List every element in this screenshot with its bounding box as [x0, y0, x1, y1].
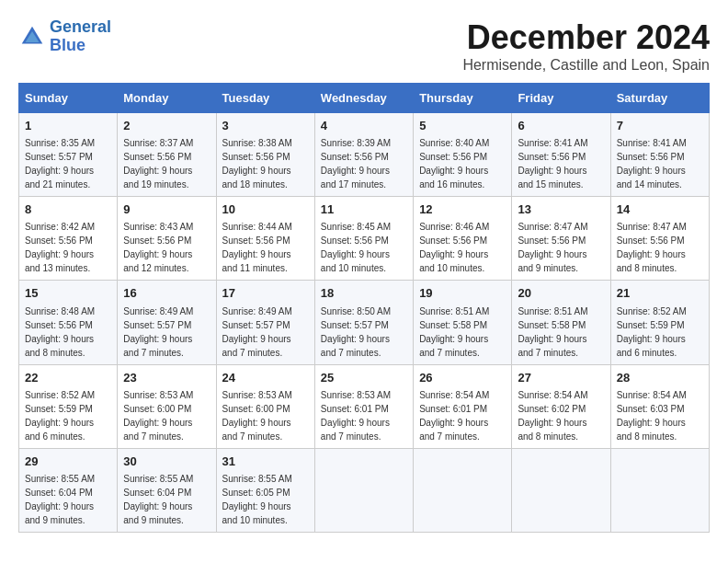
- day-number: 16: [123, 285, 210, 302]
- day-cell: 7Sunrise: 8:41 AM Sunset: 5:56 PM Daylig…: [610, 113, 709, 197]
- day-number: 15: [25, 285, 111, 302]
- day-number: 1: [25, 118, 111, 134]
- day-info: Sunrise: 8:42 AM Sunset: 5:56 PM Dayligh…: [25, 220, 111, 275]
- logo-blue: Blue: [50, 36, 85, 54]
- day-cell: 10Sunrise: 8:44 AM Sunset: 5:56 PM Dayli…: [216, 197, 314, 281]
- day-cell: 1Sunrise: 8:35 AM Sunset: 5:57 PM Daylig…: [19, 113, 118, 197]
- day-info: Sunrise: 8:49 AM Sunset: 5:57 PM Dayligh…: [123, 304, 210, 360]
- day-cell: 25Sunrise: 8:53 AM Sunset: 6:01 PM Dayli…: [314, 364, 413, 448]
- day-cell: 21Sunrise: 8:52 AM Sunset: 5:59 PM Dayli…: [610, 281, 709, 364]
- day-number: 23: [123, 370, 210, 386]
- day-number: 30: [123, 454, 210, 470]
- week-row-4: 22Sunrise: 8:52 AM Sunset: 5:59 PM Dayli…: [19, 364, 710, 448]
- day-cell: 15Sunrise: 8:48 AM Sunset: 5:56 PM Dayli…: [19, 281, 118, 364]
- title-area: December 2024 Hermisende, Castille and L…: [462, 18, 710, 74]
- day-info: Sunrise: 8:50 AM Sunset: 5:57 PM Dayligh…: [321, 304, 407, 360]
- week-row-1: 1Sunrise: 8:35 AM Sunset: 5:57 PM Daylig…: [19, 113, 710, 197]
- day-cell: 30Sunrise: 8:55 AM Sunset: 6:04 PM Dayli…: [118, 448, 216, 532]
- day-info: Sunrise: 8:51 AM Sunset: 5:58 PM Dayligh…: [419, 304, 506, 360]
- day-number: 11: [321, 201, 407, 218]
- day-number: 12: [419, 201, 506, 218]
- month-title: December 2024: [462, 18, 710, 57]
- day-number: 29: [25, 454, 111, 470]
- day-info: Sunrise: 8:53 AM Sunset: 6:00 PM Dayligh…: [123, 388, 210, 443]
- day-number: 9: [123, 201, 210, 218]
- day-cell: [512, 448, 610, 532]
- day-info: Sunrise: 8:41 AM Sunset: 5:56 PM Dayligh…: [617, 136, 703, 191]
- day-cell: [414, 448, 512, 532]
- day-info: Sunrise: 8:45 AM Sunset: 5:56 PM Dayligh…: [321, 220, 407, 275]
- header-cell-sunday: Sunday: [19, 84, 118, 113]
- day-cell: 9Sunrise: 8:43 AM Sunset: 5:56 PM Daylig…: [118, 197, 216, 281]
- day-info: Sunrise: 8:49 AM Sunset: 5:57 PM Dayligh…: [222, 304, 309, 360]
- day-number: 31: [222, 454, 309, 470]
- day-number: 5: [419, 118, 506, 134]
- day-info: Sunrise: 8:39 AM Sunset: 5:56 PM Dayligh…: [321, 136, 407, 191]
- day-number: 26: [419, 370, 506, 386]
- day-number: 8: [25, 201, 111, 218]
- day-info: Sunrise: 8:44 AM Sunset: 5:56 PM Dayligh…: [222, 220, 309, 275]
- day-number: 22: [25, 370, 111, 386]
- header-cell-wednesday: Wednesday: [314, 84, 413, 113]
- day-cell: 6Sunrise: 8:41 AM Sunset: 5:56 PM Daylig…: [512, 113, 610, 197]
- logo: General Blue: [18, 18, 111, 55]
- day-info: Sunrise: 8:37 AM Sunset: 5:56 PM Dayligh…: [123, 136, 210, 191]
- day-cell: 3Sunrise: 8:38 AM Sunset: 5:56 PM Daylig…: [216, 113, 314, 197]
- day-cell: 17Sunrise: 8:49 AM Sunset: 5:57 PM Dayli…: [216, 281, 314, 364]
- day-number: 7: [617, 118, 703, 134]
- day-info: Sunrise: 8:54 AM Sunset: 6:02 PM Dayligh…: [518, 388, 604, 443]
- header-cell-friday: Friday: [512, 84, 610, 113]
- day-cell: 13Sunrise: 8:47 AM Sunset: 5:56 PM Dayli…: [512, 197, 610, 281]
- week-row-3: 15Sunrise: 8:48 AM Sunset: 5:56 PM Dayli…: [19, 281, 710, 364]
- header-cell-tuesday: Tuesday: [216, 84, 314, 113]
- header-row: SundayMondayTuesdayWednesdayThursdayFrid…: [19, 84, 710, 113]
- day-info: Sunrise: 8:51 AM Sunset: 5:58 PM Dayligh…: [518, 304, 604, 360]
- day-cell: 31Sunrise: 8:55 AM Sunset: 6:05 PM Dayli…: [216, 448, 314, 532]
- day-number: 13: [518, 201, 604, 218]
- day-cell: 29Sunrise: 8:55 AM Sunset: 6:04 PM Dayli…: [19, 448, 118, 532]
- day-number: 18: [321, 285, 407, 302]
- day-info: Sunrise: 8:54 AM Sunset: 6:03 PM Dayligh…: [617, 388, 703, 443]
- day-info: Sunrise: 8:47 AM Sunset: 5:56 PM Dayligh…: [518, 220, 604, 275]
- day-info: Sunrise: 8:48 AM Sunset: 5:56 PM Dayligh…: [25, 304, 111, 360]
- day-cell: 24Sunrise: 8:53 AM Sunset: 6:00 PM Dayli…: [216, 364, 314, 448]
- day-number: 28: [617, 370, 703, 386]
- day-info: Sunrise: 8:40 AM Sunset: 5:56 PM Dayligh…: [419, 136, 506, 191]
- header-cell-saturday: Saturday: [610, 84, 709, 113]
- day-info: Sunrise: 8:41 AM Sunset: 5:56 PM Dayligh…: [518, 136, 604, 191]
- day-number: 14: [617, 201, 703, 218]
- day-number: 19: [419, 285, 506, 302]
- day-number: 2: [123, 118, 210, 134]
- day-info: Sunrise: 8:54 AM Sunset: 6:01 PM Dayligh…: [419, 388, 506, 443]
- day-cell: 11Sunrise: 8:45 AM Sunset: 5:56 PM Dayli…: [314, 197, 413, 281]
- calendar-table: SundayMondayTuesdayWednesdayThursdayFrid…: [18, 83, 710, 533]
- day-number: 20: [518, 285, 604, 302]
- day-info: Sunrise: 8:46 AM Sunset: 5:56 PM Dayligh…: [419, 220, 506, 275]
- day-cell: 16Sunrise: 8:49 AM Sunset: 5:57 PM Dayli…: [118, 281, 216, 364]
- day-cell: 26Sunrise: 8:54 AM Sunset: 6:01 PM Dayli…: [414, 364, 512, 448]
- day-number: 4: [321, 118, 407, 134]
- day-cell: 8Sunrise: 8:42 AM Sunset: 5:56 PM Daylig…: [19, 197, 118, 281]
- logo-general: General: [50, 17, 111, 36]
- day-cell: 18Sunrise: 8:50 AM Sunset: 5:57 PM Dayli…: [314, 281, 413, 364]
- day-cell: 19Sunrise: 8:51 AM Sunset: 5:58 PM Dayli…: [414, 281, 512, 364]
- day-number: 3: [222, 118, 309, 134]
- day-cell: 2Sunrise: 8:37 AM Sunset: 5:56 PM Daylig…: [118, 113, 216, 197]
- day-info: Sunrise: 8:35 AM Sunset: 5:57 PM Dayligh…: [25, 136, 111, 191]
- header-cell-monday: Monday: [118, 84, 216, 113]
- day-cell: 4Sunrise: 8:39 AM Sunset: 5:56 PM Daylig…: [314, 113, 413, 197]
- day-number: 25: [321, 370, 407, 386]
- day-info: Sunrise: 8:55 AM Sunset: 6:05 PM Dayligh…: [222, 472, 309, 527]
- day-cell: 28Sunrise: 8:54 AM Sunset: 6:03 PM Dayli…: [610, 364, 709, 448]
- day-number: 21: [617, 285, 703, 302]
- day-info: Sunrise: 8:55 AM Sunset: 6:04 PM Dayligh…: [123, 472, 210, 527]
- day-number: 6: [518, 118, 604, 134]
- day-cell: 27Sunrise: 8:54 AM Sunset: 6:02 PM Dayli…: [512, 364, 610, 448]
- day-info: Sunrise: 8:52 AM Sunset: 5:59 PM Dayligh…: [25, 388, 111, 443]
- day-info: Sunrise: 8:38 AM Sunset: 5:56 PM Dayligh…: [222, 136, 309, 191]
- week-row-5: 29Sunrise: 8:55 AM Sunset: 6:04 PM Dayli…: [19, 448, 710, 532]
- day-cell: [610, 448, 709, 532]
- logo-icon: [18, 23, 46, 51]
- day-cell: 14Sunrise: 8:47 AM Sunset: 5:56 PM Dayli…: [610, 197, 709, 281]
- day-number: 10: [222, 201, 309, 218]
